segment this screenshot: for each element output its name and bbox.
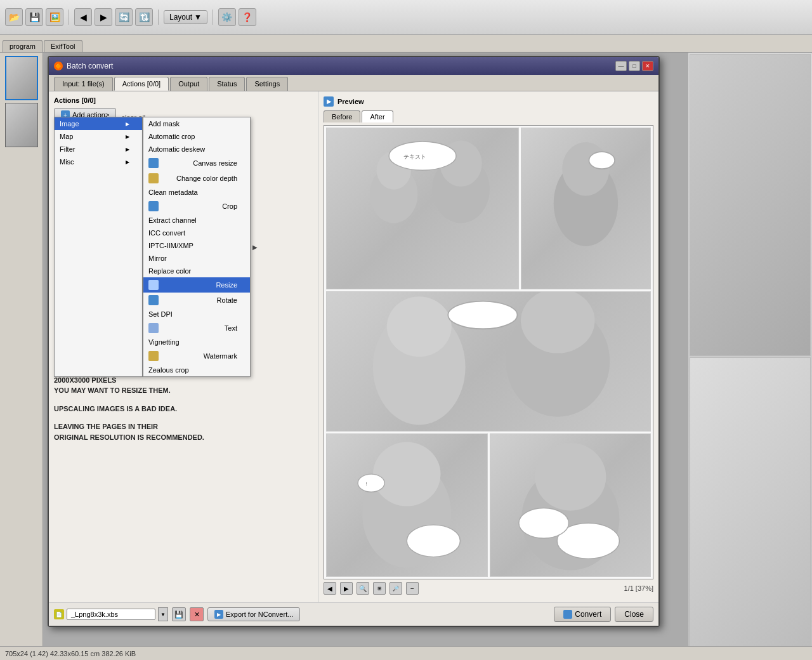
toolbar-refresh-icon[interactable]: 🔄 [115,8,133,26]
export-icon: ▶ [214,610,223,619]
preview-tab-bar: Before After [324,110,653,122]
menu-item-auto-crop-label: Automatic crop [148,133,195,140]
manga-panel-4: ！ [326,433,488,577]
help-icon[interactable]: ❓ [239,8,256,26]
svg-point-13 [448,301,517,329]
menu-item-vignetting[interactable]: Vignetting [143,336,250,348]
page-info: 1/1 [37%] [624,584,653,592]
preset-selector: 📄 _Lpng8x3k.xbs ▼ [54,607,168,621]
canvas-resize-icon [148,158,159,168]
toolbar-forward-icon[interactable]: ▶ [95,8,112,26]
preset-select-box[interactable]: _Lpng8x3k.xbs [67,609,155,620]
preview-tab-before[interactable]: Before [324,110,360,122]
svg-point-16 [358,474,384,492]
menu-item-extract-channel-label: Extract channel [148,216,197,224]
zoom-minus-button[interactable]: − [406,582,419,595]
menu-item-zealous-crop[interactable]: Zealous crop [143,364,250,376]
manga-panel-1: テキスト [326,128,519,289]
menu-item-set-dpi-label: Set DPI [148,310,173,318]
menu-item-set-dpi[interactable]: Set DPI [143,308,250,320]
menu-item-text[interactable]: Text [143,320,250,336]
zoom-in-button[interactable]: 🔍 [357,582,369,595]
close-button[interactable]: Close [615,607,653,622]
sidebar-thumbnail-2[interactable] [5,103,38,147]
preview-controls: ◀ ▶ 🔍 ⊞ 🔎 − 1/1 [37%] [324,579,653,597]
toolbar-back-icon[interactable]: ◀ [74,8,92,26]
menu-item-change-color-depth[interactable]: Change color depth [143,171,250,186]
dialog-minimize-button[interactable]: — [615,61,627,71]
tab-output[interactable]: Output [170,77,207,91]
toolbar-separator2 [158,10,159,25]
submenu-arrow-icon-4: ▶ [126,159,129,165]
tab-actions[interactable]: Actions [0/0] [114,77,169,91]
preview-tab-after[interactable]: After [362,110,393,122]
dialog-tab-bar: Input: 1 file(s) Actions [0/0] Output St… [49,75,658,91]
menu-item-resize-label: Resize [216,281,237,289]
tab-settings-label: Settings [254,80,280,88]
menu-item-iptc-label: IPTC-IIM/XMP [148,242,193,249]
menu-item-replace-color[interactable]: Replace color [143,265,250,277]
menu-item-auto-deskew[interactable]: Automatic deskew [143,143,250,155]
tab-program-label: program [10,43,36,50]
zoom-out-button[interactable]: 🔎 [390,582,402,595]
menu-item-icc-convert[interactable]: ICC convert [143,227,250,239]
status-bar-text: 705x24 (1.42) 42.33x60.15 cm 382.26 KiB [5,650,136,657]
menu-item-extract-channel[interactable]: Extract channel [143,214,250,227]
preview-image-area[interactable]: テキスト [324,125,653,579]
menu-item-filter[interactable]: Filter ▶ [55,143,142,155]
tab-status[interactable]: Status [209,77,245,91]
convert-button[interactable]: Convert [554,607,611,622]
dialog-close-button[interactable]: ✕ [642,61,653,71]
save-preset-button[interactable]: 💾 [172,607,186,621]
toolbar-refresh2-icon[interactable]: 🔃 [135,8,153,26]
settings-gear-icon[interactable]: ⚙️ [218,8,236,26]
menu-item-auto-crop[interactable]: Automatic crop [143,130,250,143]
watermark-icon [148,351,159,361]
dialog-maximize-button[interactable]: □ [629,61,640,71]
menu-item-map[interactable]: Map ▶ [55,130,142,143]
main-tab-bar: program ExifTool [0,35,812,53]
zoom-fit-button[interactable]: ⊞ [373,582,386,595]
tab-settings[interactable]: Settings [246,77,288,91]
next-page-button[interactable]: ▶ [340,582,353,595]
tab-program[interactable]: program [3,40,43,52]
sidebar-thumbnail-1[interactable] [5,56,38,100]
menu-item-clean-metadata[interactable]: Clean metadata [143,186,250,199]
menu-item-mirror[interactable]: Mirror [143,252,250,265]
menu-item-canvas-resize[interactable]: Canvas resize [143,155,250,171]
toolbar-image-icon[interactable]: 🖼️ [46,8,63,26]
menu-level-2: Add mask Automatic crop Automatic deskew… [143,117,251,377]
menu-item-map-label: Map [60,133,73,140]
tab-exiftool[interactable]: ExifTool [44,40,82,52]
toolbar-open-icon[interactable]: 📂 [5,8,23,26]
svg-point-15 [373,442,441,506]
menu-item-resize[interactable]: Resize [143,277,250,293]
tab-input[interactable]: Input: 1 file(s) [54,77,113,91]
submenu-arrow-icon: ▶ [126,121,129,127]
menu-item-watermark[interactable]: Watermark [143,348,250,364]
toolbar-save-icon[interactable]: 💾 [25,8,43,26]
manga-panel-inner-1: テキスト [327,128,518,289]
dropdown-menu: Image ▶ Map ▶ Filter ▶ Misc [54,117,259,377]
menu-item-rotate[interactable]: Rotate [143,293,250,308]
menu-item-crop[interactable]: Crop [143,199,250,214]
menu-item-image[interactable]: Image ▶ [55,117,142,130]
prev-page-button[interactable]: ◀ [324,582,336,595]
export-button[interactable]: ▶ Export for NConvert... [207,607,300,621]
rotate-icon [148,295,159,305]
menu-item-iptc[interactable]: IPTC-IIM/XMP [143,239,250,252]
text-icon [148,323,159,333]
menu-item-add-mask[interactable]: Add mask [143,117,250,130]
preview-label-text: Preview [337,98,364,105]
actions-panel: Actions [0/0] + Add action> clear all Im… [49,91,318,602]
menu-item-zealous-crop-label: Zealous crop [148,366,189,374]
layout-arrow-icon: ▼ [194,13,202,22]
menu-item-mirror-label: Mirror [148,254,167,262]
menu-item-replace-color-label: Replace color [148,267,191,275]
menu-item-icc-convert-label: ICC convert [148,229,185,237]
menu-item-misc[interactable]: Misc ▶ [55,155,142,168]
delete-preset-button[interactable]: ✕ [190,607,204,621]
layout-button[interactable]: Layout ▼ [164,10,207,24]
menu-item-add-mask-label: Add mask [148,120,180,128]
preset-dropdown-arrow[interactable]: ▼ [158,607,168,621]
